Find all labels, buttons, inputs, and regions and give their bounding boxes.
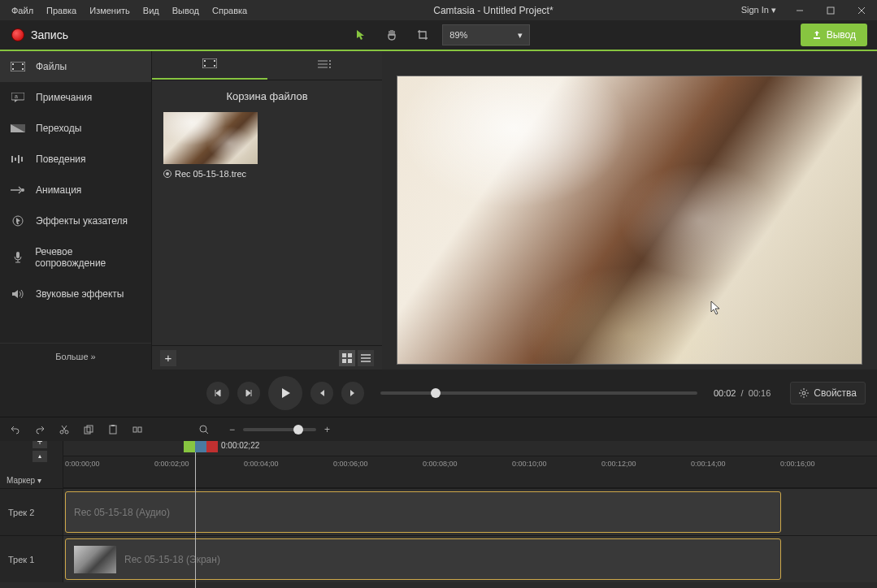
marker-row-label[interactable]: Маркер ▾ [0, 472, 63, 488]
svg-line-49 [206, 431, 208, 434]
svg-rect-23 [214, 65, 215, 67]
svg-rect-32 [342, 359, 346, 363]
svg-rect-21 [204, 65, 206, 67]
sidebar-item-label: Переходы [36, 123, 81, 134]
crop-tool[interactable] [411, 24, 434, 46]
record-label: Запись [31, 28, 68, 41]
prev-frame-button[interactable] [206, 382, 229, 404]
sign-in-button[interactable]: Sign In ▾ [733, 5, 784, 15]
svg-rect-5 [12, 63, 14, 65]
sidebar-item-label: Файлы [36, 61, 67, 72]
grid-view-button[interactable] [339, 350, 355, 366]
playhead-in-marker[interactable] [184, 441, 195, 452]
bin-title: Корзина файлов [152, 80, 382, 112]
sidebar-item-media[interactable]: Файлы [0, 51, 151, 82]
playhead-time: 0:00:02;22 [221, 441, 259, 450]
zoom-out-button[interactable]: − [229, 424, 235, 435]
step-forward-button[interactable] [341, 382, 364, 404]
tick-label: 0:00:00;00 [65, 460, 100, 468]
sidebar-more[interactable]: Больше » [0, 343, 151, 370]
collapse-tracks-button[interactable]: ▴ [33, 451, 47, 462]
step-back-button[interactable] [310, 382, 333, 404]
timeline-zoom-slider[interactable] [243, 428, 316, 431]
track-label-2[interactable]: Трек 2 [0, 488, 63, 535]
sidebar-item-voice[interactable]: Речевое сопровождение [0, 236, 151, 279]
clip-screen[interactable]: Rec 05-15-18 (Экран) [65, 538, 781, 580]
svg-rect-45 [111, 425, 115, 426]
menu-help[interactable]: Справка [206, 2, 254, 19]
sidebar-item-label: Эффекты указателя [36, 215, 128, 227]
paste-button[interactable] [106, 422, 120, 437]
clip-thumbnail [163, 112, 258, 164]
record-icon [11, 28, 24, 41]
preview-canvas[interactable] [397, 76, 862, 365]
svg-rect-18 [16, 252, 20, 258]
upload-icon [812, 30, 822, 40]
svg-rect-8 [22, 68, 24, 70]
sidebar-item-transitions[interactable]: Переходы [0, 113, 151, 144]
sidebar-item-label: Речевое сопровождение [35, 246, 141, 269]
behavior-icon [10, 153, 26, 165]
cursor-icon [10, 215, 26, 227]
add-track-button[interactable]: + [33, 441, 47, 448]
gear-icon [799, 388, 809, 398]
zoom-thumb[interactable] [293, 425, 303, 435]
svg-rect-9 [11, 93, 24, 100]
film-icon [10, 61, 26, 72]
sidebar-item-annotations[interactable]: a Примечания [0, 82, 151, 113]
play-button[interactable] [268, 376, 302, 410]
sidebar-item-audio-effects[interactable]: Звуковые эффекты [0, 279, 151, 309]
animation-icon [10, 184, 26, 196]
sidebar-item-animations[interactable]: Анимация [0, 175, 151, 205]
export-button[interactable]: Вывод [801, 24, 867, 46]
playhead-line [195, 451, 196, 588]
svg-point-48 [200, 426, 206, 432]
maximize-button[interactable] [815, 0, 846, 20]
close-button[interactable] [846, 0, 877, 20]
sidebar-item-cursor-effects[interactable]: Эффекты указателя [0, 205, 151, 236]
zoom-in-button[interactable]: + [324, 424, 330, 435]
copy-button[interactable] [81, 422, 96, 437]
playhead[interactable]: 0:00:02;22 [184, 441, 218, 588]
split-button[interactable] [130, 422, 145, 437]
bin-tab-library[interactable] [267, 51, 383, 80]
svg-text:a: a [15, 93, 18, 99]
seek-bar[interactable] [380, 391, 697, 395]
undo-button[interactable] [8, 422, 23, 437]
menu-share[interactable]: Вывод [166, 2, 206, 19]
properties-label: Свойства [814, 387, 857, 399]
cut-button[interactable] [57, 422, 72, 437]
media-tab-icon [202, 58, 217, 71]
tick-label: 0:00:14;00 [691, 460, 726, 468]
media-bin: Корзина файлов Rec 05-15-18.trec + [151, 51, 382, 370]
select-tool[interactable] [349, 24, 372, 46]
add-media-button[interactable]: + [160, 350, 176, 366]
bin-tab-media[interactable] [152, 51, 267, 80]
menu-edit[interactable]: Правка [40, 2, 83, 19]
bin-clip[interactable]: Rec 05-15-18.trec [163, 112, 371, 179]
seek-thumb[interactable] [431, 388, 441, 398]
svg-rect-47 [138, 427, 141, 432]
tick-label: 0:00:16;00 [780, 460, 815, 468]
clip-name: Rec 05-15-18.trec [175, 169, 246, 179]
next-frame-button[interactable] [237, 382, 260, 404]
list-view-button[interactable] [358, 350, 374, 366]
sidebar-item-behaviors[interactable]: Поведения [0, 144, 151, 175]
svg-point-37 [802, 391, 805, 395]
properties-button[interactable]: Свойства [790, 382, 866, 404]
record-button[interactable]: Запись [0, 20, 80, 50]
track-label-1[interactable]: Трек 1 [0, 535, 63, 582]
menu-file[interactable]: Файл [5, 2, 40, 19]
svg-rect-30 [342, 353, 346, 357]
playhead-handle[interactable] [195, 441, 206, 452]
clip-audio[interactable]: Rec 05-15-18 (Аудио) [65, 491, 781, 533]
pan-tool[interactable] [380, 24, 403, 46]
minimize-button[interactable] [784, 0, 815, 20]
export-label: Вывод [827, 29, 856, 41]
zoom-select[interactable]: 89% ▾ [442, 24, 530, 45]
menu-view[interactable]: Вид [137, 2, 166, 19]
menu-modify[interactable]: Изменить [83, 2, 137, 19]
redo-button[interactable] [33, 422, 47, 437]
playhead-out-marker[interactable] [206, 441, 218, 452]
clip-thumbnail [74, 546, 116, 573]
